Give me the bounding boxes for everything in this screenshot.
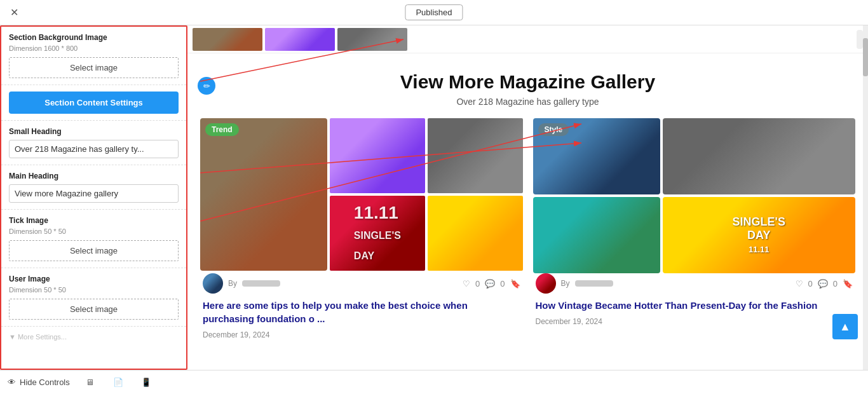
main-layout: Section Background Image Dimension 1600 … — [0, 25, 868, 370]
main-heading-label: Main Heading — [9, 172, 179, 180]
strip-image-1 — [193, 28, 262, 51]
small-heading-section: Small Heading — [1, 121, 186, 165]
bookmark-icon-left[interactable]: 🔖 — [510, 279, 520, 289]
tablet-icon[interactable]: 📄 — [111, 375, 126, 390]
gallery-mosaic-right: Style SINGLE'SDAY11.11 — [533, 118, 856, 273]
gallery-right-row-bottom: SINGLE'SDAY11.11 — [533, 197, 856, 273]
preview-scrollbar[interactable] — [863, 25, 868, 370]
like-icon-right[interactable]: ♡ — [796, 279, 803, 289]
gallery-grid-item-2 — [428, 118, 523, 193]
gallery-col-right: Style SINGLE'SDAY11.11 — [533, 118, 856, 339]
small-heading-input[interactable] — [9, 140, 179, 158]
section-background-panel: Section Background Image Dimension 1600 … — [1, 27, 186, 85]
top-images-strip — [187, 25, 868, 53]
gallery-grid-item-4 — [428, 196, 523, 271]
published-button[interactable]: Published — [405, 4, 463, 20]
post-meta-left: By ♡ 0 💬 0 🔖 — [203, 273, 520, 294]
gallery-col-left: Trend 11.11SINGLE'SDAY — [200, 118, 523, 339]
hide-controls-label: Hide Controls — [20, 377, 70, 387]
bookmark-icon-right[interactable]: 🔖 — [843, 279, 853, 289]
tick-image-section: Tick Image Dimension 50 * 50 Select imag… — [1, 210, 186, 268]
comment-icon-left[interactable]: 💬 — [485, 279, 495, 289]
gallery-grid-item-3: 11.11SINGLE'SDAY — [330, 196, 425, 271]
gallery-right-row-top: Style — [533, 118, 856, 194]
hide-controls-button[interactable]: 👁 Hide Controls — [8, 377, 70, 387]
tick-image-subtitle: Dimension 50 * 50 — [9, 228, 179, 235]
strip-image-3 — [337, 28, 407, 51]
content-settings-section: Section Content Settings — [1, 85, 186, 121]
preview-area: ✏ View More Magazine Gallery Over 218 Ma… — [187, 25, 868, 370]
eye-icon: 👁 — [8, 377, 16, 387]
top-bar: ✕ Published — [0, 0, 868, 25]
user-image-title: User Image — [9, 275, 179, 283]
gallery-right-small-1 — [663, 118, 856, 194]
bottom-bar: 👁 Hide Controls 🖥 📄 📱 — [0, 370, 868, 394]
tick-image-title: Tick Image — [9, 216, 179, 225]
more-settings-hint: ▼ More Settings... — [1, 327, 186, 347]
trend-badge: Trend — [205, 123, 239, 136]
main-heading-section: Main Heading — [1, 165, 186, 210]
post-date-right: December 19, 2024 — [536, 317, 853, 326]
edit-icon[interactable]: ✏ — [198, 77, 215, 95]
gallery-mosaic-left: Trend 11.11SINGLE'SDAY — [200, 118, 523, 271]
strip-scrollbar — [857, 30, 863, 49]
main-heading-preview: View More Magazine Gallery — [200, 71, 855, 93]
main-heading-input[interactable] — [9, 184, 179, 203]
author-name-right — [575, 280, 613, 287]
left-panel: Section Background Image Dimension 1600 … — [0, 25, 187, 370]
section-bg-subtitle: Dimension 1600 * 800 — [9, 44, 179, 52]
post-title-right: How Vintage Became Hotter Than Present-D… — [536, 299, 853, 312]
comment-icon-right[interactable]: 💬 — [818, 279, 828, 289]
gallery-grid: 11.11SINGLE'SDAY — [330, 118, 523, 271]
strip-image-2 — [265, 28, 335, 51]
like-icon-left[interactable]: ♡ — [463, 279, 470, 289]
close-button[interactable]: ✕ — [6, 5, 22, 20]
post-actions-right: ♡ 0 💬 0 🔖 — [796, 279, 853, 289]
select-bg-image-button[interactable]: Select image — [9, 57, 179, 78]
scroll-top-button[interactable]: ▲ — [832, 314, 858, 339]
post-card-right: By ♡ 0 💬 0 🔖 How Vintage Became Hotter T… — [533, 273, 856, 326]
content-settings-button[interactable]: Section Content Settings — [9, 92, 179, 114]
section-heading-area: ✏ View More Magazine Gallery Over 218 Ma… — [187, 53, 868, 118]
style-badge: Style — [538, 123, 569, 136]
post-actions-left: ♡ 0 💬 0 🔖 — [463, 279, 520, 289]
gallery-grid-item-1 — [330, 118, 425, 193]
gallery-right-bottom-main — [533, 197, 660, 273]
author-avatar-right — [536, 273, 556, 294]
section-bg-title: Section Background Image — [9, 33, 179, 42]
post-date-left: December 19, 2024 — [203, 330, 520, 339]
gallery-right-bottom-small: SINGLE'SDAY11.11 — [663, 197, 856, 273]
post-meta-right: By ♡ 0 💬 0 🔖 — [536, 273, 853, 294]
like-count-left: 0 — [475, 279, 480, 289]
post-title-left: Here are some tips to help you make the … — [203, 299, 520, 325]
mobile-icon[interactable]: 📱 — [139, 375, 154, 390]
author-name-left — [242, 280, 280, 287]
comment-count-left: 0 — [500, 279, 505, 289]
small-heading-label: Small Heading — [9, 127, 179, 136]
desktop-icon[interactable]: 🖥 — [83, 375, 98, 390]
author-avatar-left — [203, 273, 223, 294]
by-text-right: By — [561, 279, 570, 288]
like-count-right: 0 — [808, 279, 813, 289]
user-image-section: User Image Dimension 50 * 50 Select imag… — [1, 268, 186, 327]
gallery-container: Trend 11.11SINGLE'SDAY — [187, 118, 868, 352]
preview-scrollbar-thumb — [863, 38, 868, 76]
user-image-subtitle: Dimension 50 * 50 — [9, 286, 179, 294]
gallery-main-image: Trend — [200, 118, 327, 271]
gallery-right-main: Style — [533, 118, 660, 194]
small-heading-preview: Over 218 Magazine has gallery type — [200, 97, 855, 107]
by-text-left: By — [228, 279, 237, 288]
select-user-image-button[interactable]: Select image — [9, 299, 179, 320]
post-card-left: By ♡ 0 💬 0 🔖 Here are some tips to help … — [200, 273, 523, 339]
comment-count-right: 0 — [833, 279, 837, 289]
select-tick-image-button[interactable]: Select image — [9, 240, 179, 261]
